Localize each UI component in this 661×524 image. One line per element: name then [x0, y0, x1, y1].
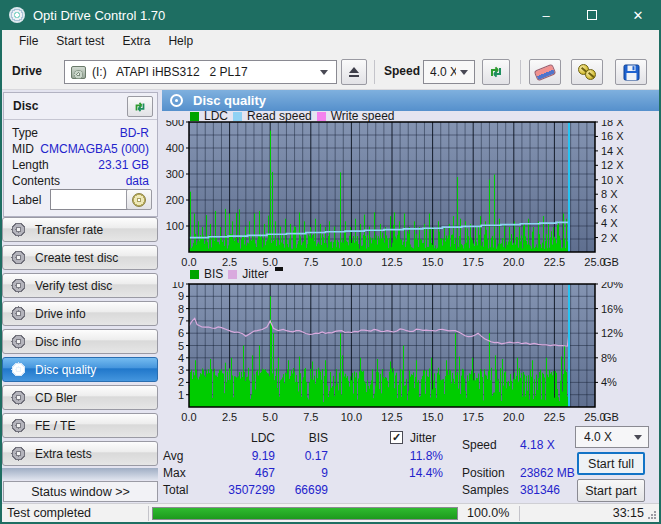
- svg-text:12.5: 12.5: [381, 411, 402, 423]
- save-button[interactable]: [615, 59, 647, 85]
- samples-stat-label: Samples: [462, 483, 509, 497]
- ldc-column-header: LDC: [205, 431, 275, 445]
- start-part-button[interactable]: Start part: [577, 479, 645, 502]
- disc-mid-value: CMCMAGBA5 (000): [40, 142, 149, 156]
- disc-quality-icon: [170, 94, 183, 107]
- svg-text:5.0: 5.0: [263, 411, 278, 423]
- app-window: Opti Drive Control 1.70 – ✕ File Start t…: [0, 0, 661, 524]
- statusbar-separator: [519, 506, 520, 521]
- avg-jitter-value: 11.8%: [355, 449, 443, 463]
- toolbar-separator: [520, 60, 521, 84]
- start-full-label: Start full: [588, 457, 634, 471]
- svg-text:8 X: 8 X: [601, 188, 618, 200]
- chevron-down-icon: [320, 70, 328, 75]
- total-row-label: Total: [163, 483, 188, 497]
- maximize-icon: [587, 10, 597, 20]
- disc-icon: [11, 334, 26, 349]
- svg-text:5.0: 5.0: [263, 256, 278, 268]
- sidebar-item-disc-info[interactable]: Disc info: [2, 329, 158, 354]
- svg-text:20.0: 20.0: [503, 411, 524, 423]
- sidebar-item-fe-te[interactable]: FE / TE: [2, 413, 158, 438]
- svg-text:12%: 12%: [601, 327, 623, 339]
- svg-text:8%: 8%: [601, 352, 617, 364]
- toolbar: Drive (I:) ATAPI iHBS312 2 PL17 Speed 4.…: [2, 52, 659, 90]
- minimize-button[interactable]: –: [523, 0, 569, 30]
- sidebar-item-cd-bler[interactable]: CD Bler: [2, 385, 158, 410]
- screws-icon: [578, 64, 596, 80]
- svg-text:400: 400: [166, 142, 184, 154]
- disc-row-mid: MID CMCMAGBA5 (000): [12, 142, 149, 156]
- disc-type-label: Type: [12, 126, 38, 140]
- bis-chart: 1098765432120%16%12%8%4%0.02.55.07.510.0…: [160, 282, 660, 424]
- label-input[interactable]: [50, 189, 132, 210]
- svg-text:500: 500: [166, 120, 184, 128]
- total-bis-value: 66699: [280, 483, 328, 497]
- jitter-checkbox-label[interactable]: Jitter: [410, 431, 436, 445]
- menu-extra[interactable]: Extra: [113, 31, 159, 51]
- save-floppy-icon: [623, 64, 640, 81]
- refresh-disc-button[interactable]: [127, 96, 153, 117]
- svg-text:8: 8: [178, 303, 184, 315]
- eraser-icon: [534, 63, 557, 81]
- chevron-down-icon: [634, 435, 642, 440]
- page-title-bar: Disc quality: [162, 90, 659, 111]
- disc-icon: [11, 250, 26, 265]
- disc-icon: [11, 446, 26, 461]
- svg-text:10 X: 10 X: [601, 174, 624, 186]
- sidebar-item-label: CD Bler: [35, 391, 77, 405]
- max-jitter-value: 14.4%: [355, 466, 443, 480]
- sidebar-item-disc-quality[interactable]: Disc quality: [2, 357, 158, 382]
- jitter-checkbox[interactable]: ✓: [390, 431, 403, 444]
- sidebar-item-drive-info[interactable]: Drive info: [2, 301, 158, 326]
- disc-label-button[interactable]: [126, 189, 152, 210]
- disc-mid-label: MID: [12, 142, 34, 156]
- eject-button[interactable]: [341, 59, 367, 85]
- advanced-settings-button[interactable]: [571, 59, 603, 85]
- svg-text:10.0: 10.0: [341, 256, 362, 268]
- disc-contents-value: data: [126, 174, 149, 188]
- sidebar-item-label: Verify test disc: [35, 279, 112, 293]
- disc-row-label: Label: [12, 189, 152, 211]
- svg-text:4%: 4%: [601, 376, 617, 388]
- menu-start-test[interactable]: Start test: [47, 31, 113, 51]
- disc-length-label: Length: [12, 158, 49, 172]
- menu-file[interactable]: File: [10, 31, 47, 51]
- menu-help[interactable]: Help: [159, 31, 202, 51]
- svg-text:5: 5: [178, 340, 184, 352]
- start-part-label: Start part: [585, 484, 636, 498]
- svg-text:7.5: 7.5: [303, 411, 318, 423]
- max-bis-value: 9: [280, 466, 328, 480]
- start-full-button[interactable]: Start full: [577, 452, 645, 475]
- drive-select[interactable]: (I:) ATAPI iHBS312 2 PL17: [64, 60, 337, 84]
- speed-stat-label: Speed: [462, 438, 497, 452]
- sidebar-item-verify-test-disc[interactable]: Verify test disc: [2, 273, 158, 298]
- disc-row-length: Length 23.31 GB: [12, 158, 149, 172]
- svg-text:20%: 20%: [601, 282, 623, 290]
- eject-icon: [348, 67, 360, 77]
- refresh-drive-button[interactable]: [482, 59, 510, 85]
- sidebar-item-label: Extra tests: [35, 447, 92, 461]
- sidebar-item-create-test-disc[interactable]: Create test disc: [2, 245, 158, 270]
- erase-disc-button[interactable]: [529, 59, 561, 85]
- bis-column-header: BIS: [280, 431, 328, 445]
- resize-grip[interactable]: [648, 511, 656, 519]
- speed-select[interactable]: 4.0 X: [423, 60, 475, 84]
- close-button[interactable]: ✕: [615, 0, 661, 30]
- svg-text:10: 10: [172, 282, 184, 290]
- svg-text:17.5: 17.5: [462, 411, 483, 423]
- disc-length-value: 23.31 GB: [98, 158, 149, 172]
- refresh-icon: [133, 100, 147, 114]
- sidebar-item-extra-tests[interactable]: Extra tests: [2, 441, 158, 466]
- speed-label: Speed: [384, 64, 420, 78]
- speed-select-value: 4.0 X: [430, 65, 456, 79]
- maximize-button[interactable]: [569, 0, 615, 30]
- sidebar-item-transfer-rate[interactable]: Transfer rate: [2, 217, 158, 242]
- sidebar-item-label: Disc quality: [35, 363, 96, 377]
- disc-icon: [11, 362, 26, 377]
- drive-label: Drive: [12, 64, 42, 78]
- status-window-button[interactable]: Status window >>: [3, 481, 158, 502]
- svg-text:1: 1: [178, 389, 184, 401]
- avg-bis-value: 0.17: [280, 449, 328, 463]
- test-speed-select[interactable]: 4.0 X: [575, 426, 649, 448]
- svg-text:22.5: 22.5: [544, 411, 565, 423]
